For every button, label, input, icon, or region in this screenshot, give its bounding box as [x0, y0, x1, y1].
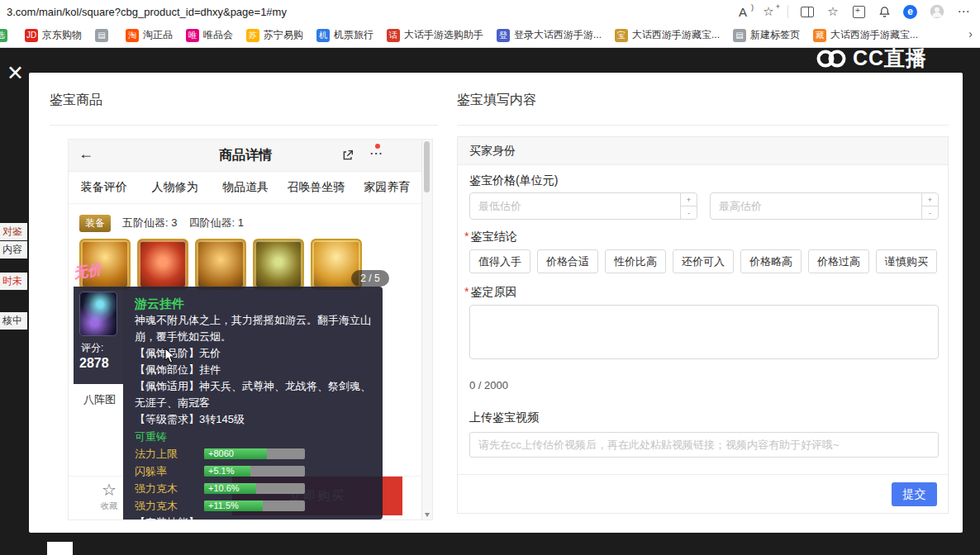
bookmark-favicon: 机: [316, 29, 330, 42]
settings-more-icon[interactable]: ⋯: [957, 4, 970, 19]
favorite-label: 收藏: [101, 500, 117, 512]
bookmark-label: 登录大话西游手游...: [514, 28, 602, 42]
video-link-input[interactable]: [469, 432, 939, 458]
product-preview-frame: ← 商品详情 ⋯ 装备评价人物修为物品道具召唤兽坐骑家园养育 装备 五阶仙器: …: [68, 139, 433, 520]
stat-label: 闪躲率: [135, 464, 204, 479]
bookmark[interactable]: 苏 苏宁易购: [246, 28, 303, 42]
conclusion-option-button[interactable]: 价格合适: [537, 249, 598, 273]
mouse-cursor-icon: [164, 348, 175, 367]
char-counter: 0 / 2000: [469, 379, 508, 391]
collections-icon[interactable]: [852, 4, 865, 19]
stepper-up[interactable]: +: [681, 193, 697, 206]
bookmark-label: 京东购物: [42, 28, 82, 42]
conclusion-option-button[interactable]: 性价比高: [605, 249, 666, 273]
divider: [50, 125, 438, 126]
toolbar-divider: [787, 5, 788, 18]
bookmark-favicon: 藏: [813, 29, 826, 42]
favorite-star-icon[interactable]: ☆: [102, 480, 117, 500]
product-tab[interactable]: 召唤兽坐骑: [281, 172, 352, 203]
favorites-icon[interactable]: ☆: [826, 4, 840, 19]
cc-logo-text: CC直播: [853, 45, 927, 72]
cc-logo-rings: [815, 47, 848, 70]
stat-bar: +11.5%: [204, 500, 305, 511]
conclusion-option-button[interactable]: 谨慎购买: [876, 249, 937, 273]
product-preview: ← 商品详情 ⋯ 装备评价人物修为物品道具召唤兽坐骑家园养育 装备 五阶仙器: …: [69, 140, 422, 519]
item-description: 神魂不附凡体之上，其力摇摇如游云。翻手海立山崩，覆手恍如云烟。: [135, 312, 371, 345]
scrollbar-thumb[interactable]: [424, 141, 430, 192]
bookmark-label: 唯品会: [203, 28, 233, 42]
section-bazhentu-label: 八阵图: [83, 392, 116, 407]
browser-essentials-icon[interactable]: e: [903, 4, 917, 19]
max-price-input[interactable]: [711, 193, 921, 219]
address-bar[interactable]: 3.com/main/kol/square?cbg_product_id=dhx…: [7, 6, 287, 18]
bookmark-favicon: 苏: [246, 29, 259, 42]
bookmark[interactable]: 藏 大话西游手游藏宝...: [813, 28, 918, 42]
bookmarks-overflow-chevron-icon[interactable]: ›: [968, 27, 973, 40]
conclusion-option-button[interactable]: 值得入手: [469, 249, 530, 273]
stepper-down[interactable]: -: [922, 206, 938, 219]
more-options-icon[interactable]: ⋯: [369, 145, 383, 161]
bookmark[interactable]: JD 京东购物: [25, 28, 82, 42]
conclusion-option-button[interactable]: 价格过高: [808, 249, 869, 273]
bookmark[interactable]: ▤: [95, 29, 112, 42]
scroll-down-arrow-icon[interactable]: [425, 513, 430, 517]
conclusion-options: 值得入手价格合适性价比高还价可入价格略高价格过高谨慎购买: [469, 249, 937, 273]
product-tab[interactable]: 装备评价: [69, 172, 140, 203]
conclusion-option-button[interactable]: 价格略高: [740, 249, 802, 273]
modal-close-icon[interactable]: ✕: [7, 63, 24, 83]
product-tab[interactable]: 物品道具: [210, 172, 281, 203]
bookmark[interactable]: 宝 大话西游手游藏宝...: [615, 28, 720, 42]
item-icon[interactable]: [137, 239, 188, 290]
split-screen-icon[interactable]: [801, 4, 814, 19]
product-tab[interactable]: 家园养育: [351, 172, 422, 203]
bookmark[interactable]: 机 机票旅行: [316, 28, 373, 42]
conclusion-label: *鉴宝结论: [464, 230, 516, 244]
add-favorite-icon[interactable]: ☆: [762, 4, 775, 19]
product-tab[interactable]: 人物修为: [140, 172, 211, 203]
stat-label: 法力上限: [135, 447, 204, 462]
submit-button[interactable]: 提交: [892, 482, 937, 506]
bookmark[interactable]: 登 登录大话西游手游...: [497, 28, 602, 42]
stat-bar: +5.1%: [204, 466, 305, 477]
stat-bar-fill: +10.6%: [204, 483, 256, 494]
stat-label: 强力克木: [135, 481, 204, 496]
bookmark[interactable]: 选: [0, 29, 12, 42]
form-footer: 提交: [458, 474, 948, 513]
page-fragment-box: [47, 542, 73, 555]
bookmark[interactable]: 话 大话手游选购助手: [387, 28, 483, 42]
reason-label: *鉴定原因: [464, 285, 516, 300]
item-stat-row: 法力上限 +8060: [135, 445, 371, 462]
profile-avatar[interactable]: [930, 4, 944, 19]
equip-item-grid: [79, 239, 362, 290]
notifications-bell-icon[interactable]: [878, 4, 891, 19]
item-stats: 法力上限 +8060 闪躲率 +5.1% 强力克木 +10.6%: [135, 445, 371, 515]
product-detail-header: ← 商品详情 ⋯: [69, 140, 422, 172]
bookmark-favicon: 淘: [126, 29, 139, 42]
bookmark[interactable]: 淘 淘正品: [126, 28, 173, 42]
equip-stat-tier5: 五阶仙器: 3: [122, 216, 177, 230]
equip-stat-tier4: 四阶仙器: 1: [188, 216, 243, 230]
score-value: 2878: [79, 356, 109, 371]
conclusion-option-button[interactable]: 还价可入: [673, 249, 734, 273]
share-icon[interactable]: [341, 149, 354, 165]
bookmark[interactable]: ▤ 新建标签页: [733, 28, 800, 42]
bookmark-favicon: 登: [497, 29, 510, 42]
page-fragment: 内容: [0, 241, 27, 259]
carousel-indicator: 2 / 5: [351, 270, 389, 287]
preview-scrollbar[interactable]: [421, 140, 432, 519]
stepper-up[interactable]: +: [922, 193, 938, 206]
pendant-item-icon[interactable]: [79, 292, 117, 336]
item-icon[interactable]: [195, 239, 246, 290]
reason-textarea[interactable]: [469, 305, 939, 359]
max-price-field: + -: [710, 192, 939, 220]
min-price-field: + -: [469, 192, 697, 220]
item-icon[interactable]: [253, 239, 304, 290]
buyer-section-header: 买家身份: [458, 137, 948, 165]
bookmark[interactable]: 唯 唯品会: [186, 28, 233, 42]
item-name: 游云挂件: [135, 295, 371, 312]
item-tooltip: 游云挂件 神魂不附凡体之上，其力摇摇如游云。翻手海立山崩，覆手恍如云烟。 【佩饰…: [123, 287, 383, 519]
read-aloud-icon[interactable]: A: [736, 4, 749, 19]
min-price-input[interactable]: [470, 193, 680, 219]
score-label: 评分:: [81, 341, 103, 355]
stepper-down[interactable]: -: [681, 206, 697, 219]
